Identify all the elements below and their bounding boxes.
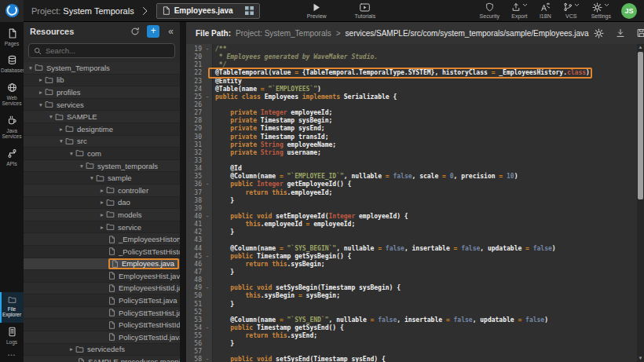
fold-marker[interactable]	[202, 61, 213, 69]
sidebar-item-web-services[interactable]: Web Services	[0, 79, 24, 112]
expand-arrow-icon[interactable]: ▸	[57, 126, 65, 133]
fold-marker[interactable]	[202, 261, 213, 269]
fold-marker[interactable]	[202, 149, 213, 157]
vcs-button[interactable]: VCS	[563, 3, 580, 19]
tree-item-com[interactable]: ▾com	[24, 148, 180, 160]
fold-marker[interactable]	[202, 53, 213, 61]
tree-item-employeeshistid-java[interactable]: EmployeesHistId.java	[24, 283, 180, 295]
fold-marker[interactable]	[202, 117, 213, 125]
scrollbar-thumb[interactable]	[638, 52, 643, 199]
tree-item-sample-procedures-mappings-json[interactable]: SAMPLE-procedures.mappings.json	[24, 356, 180, 362]
fold-marker[interactable]	[202, 157, 213, 165]
fold-marker[interactable]	[202, 205, 213, 213]
expand-arrow-icon[interactable]: ▸	[37, 89, 45, 96]
fold-marker[interactable]: -	[202, 284, 213, 292]
settings-button[interactable]: Settings	[591, 3, 611, 19]
tutorials-button[interactable]: Tutorials	[355, 3, 376, 19]
tree-item-services[interactable]: ▾services	[24, 99, 180, 112]
expand-arrow-icon[interactable]: ▸	[37, 76, 45, 83]
settings-gear-icon[interactable]	[594, 28, 604, 38]
tree-item-policystttestid-java[interactable]: PolicySttTestId.java	[24, 331, 180, 344]
collapse-panel-button[interactable]: «	[166, 26, 175, 37]
code-editor[interactable]: 19-/**20 * Employees generated by WaveMa…	[186, 44, 644, 362]
fold-marker[interactable]	[202, 269, 213, 276]
tree-item-policystttest-java[interactable]: PolicySttTest.java	[24, 294, 180, 307]
search-input[interactable]	[46, 46, 170, 55]
fold-marker[interactable]	[202, 276, 213, 284]
fold-marker[interactable]	[202, 221, 213, 229]
fold-marker[interactable]	[202, 229, 213, 236]
tree-item-system-temporals[interactable]: ▾system_temporals	[24, 160, 180, 173]
tree-item-system-temporals[interactable]: ▾System_Temporals	[24, 62, 180, 75]
sidebar-item-logs[interactable]: Logs	[0, 323, 24, 349]
tree-item-profiles[interactable]: ▸profiles	[24, 86, 180, 99]
security-button[interactable]: Security	[480, 3, 499, 19]
tree-item-employees-java[interactable]: Employees.java	[24, 258, 180, 271]
add-resource-button[interactable]: +	[147, 25, 159, 38]
tree-item-policystttesthistory-java[interactable]: _PolicySttTestHistory.java	[24, 246, 180, 258]
refresh-icon[interactable]	[130, 27, 140, 36]
tab-employees-java[interactable]: Employees.java	[156, 3, 260, 19]
fold-marker[interactable]	[202, 197, 213, 205]
tree-item-policystttesthistid-java[interactable]: PolicySttTestHistId.java	[24, 319, 180, 331]
fold-marker[interactable]	[202, 69, 213, 77]
tree-item-sample[interactable]: ▾SAMPLE	[24, 111, 180, 123]
sidebar-item-file-explorer[interactable]: File Explorer	[0, 292, 24, 323]
wavemaker-logo[interactable]	[0, 0, 24, 22]
collapse-arrow-icon[interactable]: ▾	[68, 150, 75, 157]
fold-marker[interactable]: -	[202, 356, 213, 362]
expand-arrow-icon[interactable]: ▸	[98, 211, 106, 218]
fold-marker[interactable]	[202, 125, 213, 133]
user-avatar[interactable]: JS	[621, 3, 637, 19]
tree-item-controller[interactable]: ▸controller	[24, 185, 180, 197]
expand-arrow-icon[interactable]: ▸	[98, 187, 106, 194]
preview-button[interactable]: Preview	[307, 3, 327, 19]
expand-arrow-icon[interactable]: ▸	[68, 346, 75, 353]
more-button[interactable]: ...	[0, 349, 24, 362]
tree-item-servicedefs[interactable]: ▸servicedefs	[24, 344, 180, 357]
fold-marker[interactable]	[202, 301, 213, 309]
sidebar-item-java-services[interactable]: Java Services	[0, 112, 24, 144]
fold-marker[interactable]: -	[202, 213, 213, 221]
fold-marker[interactable]	[202, 309, 213, 316]
collapse-arrow-icon[interactable]: ▾	[57, 137, 65, 144]
scroll-up-arrow[interactable]: ▲	[637, 44, 644, 51]
fold-marker[interactable]: -	[202, 324, 213, 332]
collapse-arrow-icon[interactable]: ▾	[27, 64, 35, 71]
tree-item-models[interactable]: ▸models	[24, 209, 180, 221]
fold-marker[interactable]	[202, 236, 213, 244]
tree-item-employeeshist-java[interactable]: EmployeesHist.java	[24, 270, 180, 283]
fold-marker[interactable]	[202, 340, 213, 348]
fold-marker[interactable]	[202, 101, 213, 109]
i18n-button[interactable]: I18N	[540, 3, 551, 19]
fold-marker[interactable]	[202, 133, 213, 141]
fold-marker[interactable]: -	[202, 253, 213, 261]
fold-marker[interactable]	[202, 316, 213, 324]
tree-item-dao[interactable]: ▸dao	[24, 197, 180, 210]
expand-arrow-icon[interactable]: ▸	[98, 224, 106, 231]
fold-marker[interactable]: -	[202, 181, 213, 188]
save-icon[interactable]	[637, 28, 644, 38]
fold-marker[interactable]	[202, 165, 213, 173]
fold-marker[interactable]	[202, 332, 213, 340]
download-icon[interactable]	[616, 28, 625, 38]
collapse-arrow-icon[interactable]: ▾	[78, 163, 86, 170]
fold-marker[interactable]	[202, 189, 213, 197]
tree-item-employeeshistory-java[interactable]: _EmployeesHistory.java	[24, 233, 180, 246]
collapse-arrow-icon[interactable]: ▾	[47, 113, 55, 120]
fold-marker[interactable]: -	[202, 46, 213, 53]
collapse-arrow-icon[interactable]: ▾	[37, 101, 45, 108]
fold-marker[interactable]	[202, 292, 213, 300]
tree-item-src[interactable]: ▾src	[24, 136, 180, 148]
fold-marker[interactable]: -	[202, 93, 213, 101]
sidebar-item-databases[interactable]: Databases	[0, 51, 24, 78]
fold-marker[interactable]	[202, 173, 213, 181]
fold-marker[interactable]	[202, 109, 213, 117]
fold-marker[interactable]	[202, 78, 213, 86]
fold-marker[interactable]	[202, 86, 213, 93]
tree-item-policystttesthist-java[interactable]: PolicySttTestHist.java	[24, 307, 180, 320]
tree-item-service[interactable]: ▸service	[24, 221, 180, 234]
editor-scrollbar[interactable]: ▲ ▼	[637, 44, 644, 362]
sidebar-item-pages[interactable]: Pages	[0, 24, 24, 51]
collapse-arrow-icon[interactable]: ▾	[88, 174, 96, 181]
